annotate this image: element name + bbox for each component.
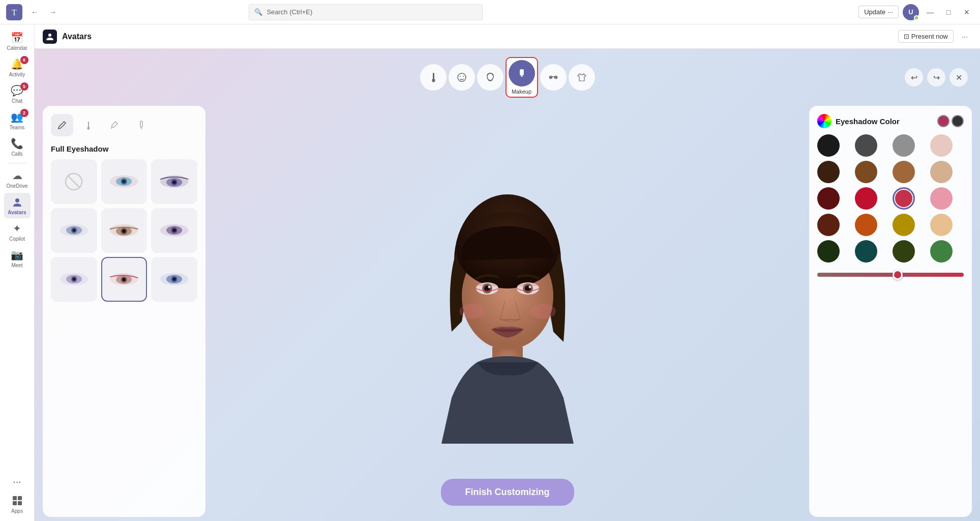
sidebar-item-calls[interactable]: 📞 Calls — [4, 134, 31, 160]
svg-point-50 — [123, 278, 126, 281]
sidebar-divider — [8, 163, 26, 163]
category-accessories-button[interactable] — [540, 64, 567, 91]
color-swatch-green[interactable] — [930, 240, 953, 263]
selected-color-secondary[interactable] — [952, 115, 964, 127]
avatar-customizer: Makeup — [35, 49, 980, 521]
sub-tab-brush[interactable] — [77, 114, 100, 136]
color-section-title: Eyeshadow Color — [836, 117, 933, 126]
nav-back-button[interactable]: ← — [26, 4, 43, 20]
svg-point-34 — [72, 229, 76, 233]
chat-badge: 5 — [20, 82, 28, 91]
toolbar-actions: ↩ ↪ ✕ — [905, 68, 968, 86]
color-swatch-olive[interactable] — [893, 240, 915, 263]
color-swatch-gray[interactable] — [893, 134, 915, 157]
redo-button[interactable]: ↪ — [927, 68, 945, 86]
eyeshadow-option-8[interactable] — [151, 257, 197, 302]
color-swatch-darkbrown[interactable] — [817, 161, 840, 183]
color-swatch-tan[interactable] — [893, 161, 915, 183]
sidebar-label-teams: Teams — [10, 125, 24, 130]
category-makeup-label: Makeup — [512, 89, 531, 95]
eyeshadow-option-1[interactable] — [101, 159, 147, 204]
svg-rect-20 — [140, 121, 142, 127]
app-more-button[interactable]: ··· — [958, 30, 972, 44]
present-now-button[interactable]: ⊡ Present now — [898, 30, 954, 43]
sub-tab-pen[interactable] — [104, 114, 126, 136]
sub-tab-pencil[interactable] — [51, 114, 73, 136]
search-bar[interactable]: 🔍 Search (Ctrl+E) — [249, 4, 483, 20]
color-swatch-brown[interactable] — [855, 161, 877, 183]
category-makeup-button[interactable] — [509, 60, 535, 86]
color-swatch-gold[interactable] — [893, 214, 915, 236]
svg-point-10 — [458, 73, 466, 81]
color-swatch-darkorange[interactable] — [817, 214, 840, 236]
category-outfit-wrap — [569, 64, 595, 91]
svg-text:T: T — [12, 8, 17, 17]
nav-forward-button[interactable]: → — [45, 4, 61, 20]
category-brush-button[interactable] — [420, 64, 447, 91]
close-button[interactable]: ✕ — [960, 5, 974, 19]
eyeshadow-option-5[interactable] — [151, 208, 197, 253]
color-swatch-red[interactable] — [855, 187, 877, 210]
color-swatch-darkgray[interactable] — [855, 134, 877, 157]
category-face-wrap — [449, 64, 475, 91]
eyeshadow-option-7[interactable] — [101, 257, 147, 302]
category-face-button[interactable] — [449, 64, 475, 91]
meet-icon: 📷 — [11, 249, 23, 261]
category-head-button[interactable] — [477, 64, 503, 91]
undo-button[interactable]: ↩ — [905, 68, 923, 86]
sidebar-item-meet[interactable]: 📷 Meet — [4, 246, 31, 271]
opacity-slider[interactable] — [817, 273, 964, 277]
eyeshadow-option-3[interactable] — [51, 208, 97, 253]
color-swatch-nude2[interactable] — [930, 161, 953, 183]
sidebar-item-activity[interactable]: 🔔 Activity 6 — [4, 55, 31, 80]
svg-point-9 — [432, 79, 435, 82]
color-swatch-darkred[interactable] — [817, 187, 840, 210]
titlebar-left: T — [6, 4, 22, 20]
sub-tab-marker[interactable] — [130, 114, 153, 136]
sidebar-item-copilot[interactable]: ✦ Copilot — [4, 219, 31, 245]
eyeshadow-option-6[interactable] — [51, 257, 97, 302]
svg-rect-15 — [521, 74, 523, 77]
selected-color-primary[interactable] — [937, 115, 949, 127]
finish-customizing-button[interactable]: Finish Customizing — [441, 479, 574, 506]
sidebar-item-avatars[interactable]: Avatars — [4, 193, 31, 218]
sidebar-label-apps: Apps — [11, 508, 23, 514]
sidebar-item-onedrive[interactable]: ☁ OneDrive — [4, 166, 31, 192]
sub-tabs — [51, 114, 197, 138]
update-button[interactable]: Update ··· — [858, 6, 899, 18]
sidebar-item-chat[interactable]: 💬 Chat 5 — [4, 81, 31, 107]
color-swatch-selected-pink[interactable] — [893, 187, 915, 210]
eyeshadow-option-none[interactable] — [51, 159, 97, 204]
sidebar-item-apps[interactable]: Apps — [4, 491, 31, 517]
color-swatch-teal[interactable] — [855, 240, 877, 263]
status-indicator — [914, 15, 919, 20]
color-swatch-black[interactable] — [817, 134, 840, 157]
eyeshadow-option-2[interactable] — [151, 159, 197, 204]
customizer-close-button[interactable]: ✕ — [949, 68, 968, 86]
slider-thumb[interactable] — [893, 270, 903, 280]
sidebar-item-calendar[interactable]: 📅 Calendar — [4, 28, 31, 54]
svg-point-54 — [172, 278, 176, 281]
maximize-button[interactable]: □ — [941, 5, 956, 19]
left-panel: Full Eyeshadow — [43, 106, 205, 517]
minimize-button[interactable]: — — [923, 5, 937, 19]
svg-point-12 — [463, 76, 464, 77]
present-label: Present now — [911, 33, 948, 40]
sidebar-item-teams[interactable]: 👥 Teams 2 — [4, 108, 31, 133]
category-outfit-button[interactable] — [569, 64, 595, 91]
user-avatar[interactable]: U — [903, 4, 919, 20]
more-icon: ··· — [13, 476, 21, 487]
sidebar-item-more[interactable]: ··· — [4, 473, 31, 490]
color-swatch-darkgreen[interactable] — [817, 240, 840, 263]
color-swatch-beige[interactable] — [930, 214, 953, 236]
onedrive-icon: ☁ — [11, 169, 23, 182]
sidebar-label-meet: Meet — [11, 263, 22, 268]
color-swatch-nude1[interactable] — [930, 134, 953, 157]
svg-point-42 — [172, 229, 176, 233]
eyeshadow-option-4[interactable] — [101, 208, 147, 253]
color-swatch-lightpink[interactable] — [930, 187, 953, 210]
color-swatch-orange[interactable] — [855, 214, 877, 236]
svg-rect-3 — [13, 496, 17, 500]
sidebar-label-calendar: Calendar — [7, 45, 27, 51]
app-header: Avatars ⊡ Present now ··· — [35, 24, 980, 49]
